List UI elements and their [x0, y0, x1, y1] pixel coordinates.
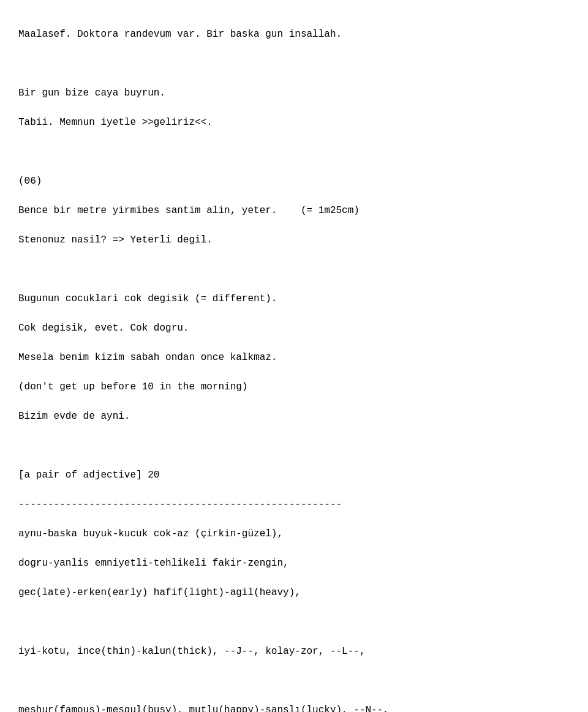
- line-20: gec(late)-erken(early) hafif(light)-agil…: [18, 587, 301, 598]
- line-8: Stenonuz nasil? => Yeterli degil.: [18, 234, 213, 245]
- line-4: Tabii. Memnun iyetle >>geliriz<<.: [18, 117, 213, 128]
- line-1: Maalasef. Doktora randevum var. Bir bask…: [18, 29, 342, 40]
- line-11: Cok degisik, evet. Cok dogru.: [18, 323, 189, 334]
- line-6: (06): [18, 176, 42, 187]
- line-7: Bence bir metre yirmibes santim alin, ye…: [18, 205, 360, 216]
- line-17: ----------------------------------------…: [18, 499, 342, 510]
- line-14: Bizim evde de ayni.: [18, 411, 130, 422]
- line-13: (don't get up before 10 in the morning): [18, 381, 247, 392]
- line-12: Mesela benim kizim sabah ondan once kalk…: [18, 352, 277, 363]
- line-16: [a pair of adjective] 20: [18, 470, 159, 481]
- line-22: iyi-kotu, ince(thin)-kalun(thick), --J--…: [18, 646, 366, 657]
- line-10: Bugunun cocuklari cok degisik (= differe…: [18, 293, 277, 304]
- main-content: Maalasef. Doktora randevum var. Bir bask…: [18, 12, 570, 712]
- line-3: Bir gun bize caya buyrun.: [18, 88, 165, 99]
- line-19: dogru-yanlis emniyetli-tehlikeli fakir-z…: [18, 558, 289, 569]
- line-24: meshur(famous)-mesgul(busy), mutlu(happy…: [18, 705, 389, 712]
- line-18: aynu-baska buyuk-kucuk cok-az (çirkin-gü…: [18, 528, 283, 539]
